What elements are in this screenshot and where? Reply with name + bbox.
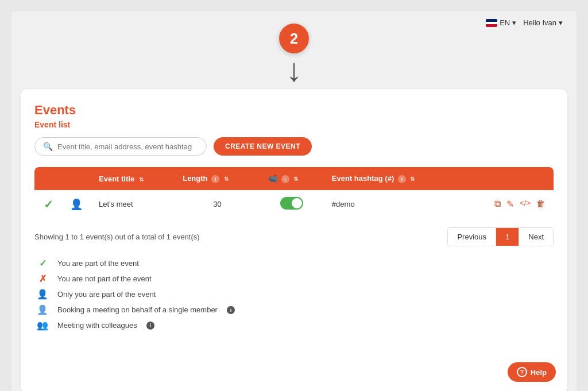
search-input[interactable] bbox=[57, 142, 198, 151]
pagination-controls: Previous 1 Next bbox=[447, 227, 554, 246]
step-circle: 2 bbox=[279, 24, 309, 53]
row-person-cell: 👤 bbox=[62, 190, 91, 218]
row-length: 30 bbox=[213, 200, 221, 208]
video-info-icon: i bbox=[281, 175, 289, 183]
row-hashtag-cell: #demo bbox=[324, 190, 461, 218]
showing-text: Showing 1 to 1 event(s) out of a total o… bbox=[34, 233, 200, 241]
legend-group-info-icon: i bbox=[146, 322, 154, 330]
col-check bbox=[34, 167, 62, 190]
row-hashtag: #demo bbox=[332, 200, 355, 208]
hashtag-info-icon: i bbox=[398, 175, 406, 183]
row-video-cell bbox=[260, 190, 324, 218]
title-sort-icon[interactable]: ⇅ bbox=[139, 176, 144, 183]
row-length-cell: 30 bbox=[175, 190, 260, 218]
events-table: Event title ⇅ Length i ⇅ 📹 i ⇅ Event bbox=[34, 167, 554, 218]
pagination-row: Showing 1 to 1 event(s) out of a total o… bbox=[34, 227, 554, 246]
section-title: Event list bbox=[34, 120, 554, 129]
legend-check-icon: ✓ bbox=[34, 258, 51, 269]
col-actions bbox=[461, 167, 554, 190]
row-action-icons: ⧉ ✎ </> 🗑 bbox=[469, 199, 546, 210]
legend-item-group: 👥 Meeting with colleagues i bbox=[34, 320, 554, 331]
row-actions-cell: ⧉ ✎ </> 🗑 bbox=[461, 190, 554, 218]
next-button[interactable]: Next bbox=[519, 228, 553, 246]
col-icon bbox=[62, 167, 91, 190]
search-icon: 🔍 bbox=[43, 142, 53, 151]
legend-item-x: ✗ You are not part of the event bbox=[34, 273, 554, 284]
legend-check-text: You are part of the event bbox=[57, 259, 139, 268]
table-row: ✓ 👤 Let's meet 30 #demo bbox=[34, 190, 554, 218]
page-1-button[interactable]: 1 bbox=[496, 228, 519, 246]
legend-person-icon: 👤 bbox=[34, 289, 51, 300]
row-title-cell: Let's meet bbox=[91, 190, 175, 218]
legend-item-person: 👤 Only you are part of the event bbox=[34, 289, 554, 300]
code-action-icon[interactable]: </> bbox=[520, 199, 531, 210]
previous-button[interactable]: Previous bbox=[448, 228, 496, 246]
video-sort-icon[interactable]: ⇅ bbox=[293, 176, 298, 182]
toolbar: 🔍 CREATE NEW EVENT bbox=[34, 137, 554, 156]
edit-action-icon[interactable]: ✎ bbox=[506, 199, 514, 210]
col-title: Event title ⇅ bbox=[91, 167, 175, 190]
search-box[interactable]: 🔍 bbox=[34, 137, 207, 156]
flag-icon bbox=[486, 19, 497, 27]
legend-person-outline-info-icon: i bbox=[227, 306, 235, 314]
help-label: Help bbox=[531, 368, 547, 377]
help-button[interactable]: ? Help bbox=[508, 362, 556, 382]
row-check-cell: ✓ bbox=[34, 190, 62, 218]
legend-person-outline-icon: 👤 bbox=[34, 304, 51, 315]
main-card: Events Event list 🔍 CREATE NEW EVENT Eve… bbox=[21, 89, 567, 391]
page-title: Events bbox=[34, 103, 554, 118]
row-person-icon: 👤 bbox=[70, 199, 83, 210]
help-circle-icon: ? bbox=[517, 367, 527, 377]
create-event-button[interactable]: CREATE NEW EVENT bbox=[214, 137, 312, 156]
step-indicator-area: 2 ↓ bbox=[11, 19, 577, 84]
legend-x-icon: ✗ bbox=[34, 273, 51, 284]
legend-group-icon: 👥 bbox=[34, 320, 51, 331]
length-info-icon: i bbox=[211, 175, 219, 183]
length-sort-icon[interactable]: ⇅ bbox=[224, 176, 229, 182]
video-toggle[interactable] bbox=[280, 197, 303, 210]
legend-item-check: ✓ You are part of the event bbox=[34, 258, 554, 269]
col-length: Length i ⇅ bbox=[175, 167, 260, 190]
step-number: 2 bbox=[290, 30, 298, 48]
legend-person-text: Only you are part of the event bbox=[57, 290, 156, 299]
delete-action-icon[interactable]: 🗑 bbox=[536, 199, 546, 210]
col-hashtag: Event hashtag (#) i ⇅ bbox=[324, 167, 461, 190]
copy-action-icon[interactable]: ⧉ bbox=[494, 199, 501, 210]
hashtag-sort-icon[interactable]: ⇅ bbox=[410, 176, 415, 182]
step-arrow-icon: ↓ bbox=[286, 56, 302, 84]
legend: ✓ You are part of the event ✗ You are no… bbox=[34, 258, 554, 331]
video-camera-icon: 📹 bbox=[268, 174, 277, 183]
legend-group-text: Meeting with colleagues bbox=[57, 321, 137, 330]
row-title: Let's meet bbox=[99, 200, 133, 208]
row-check-icon: ✓ bbox=[44, 198, 53, 211]
legend-x-text: You are not part of the event bbox=[57, 274, 152, 283]
legend-item-person-outline: 👤 Booking a meeting on behalf of a singl… bbox=[34, 304, 554, 315]
col-video: 📹 i ⇅ bbox=[260, 167, 324, 190]
legend-person-outline-text: Booking a meeting on behalf of a single … bbox=[57, 305, 218, 314]
